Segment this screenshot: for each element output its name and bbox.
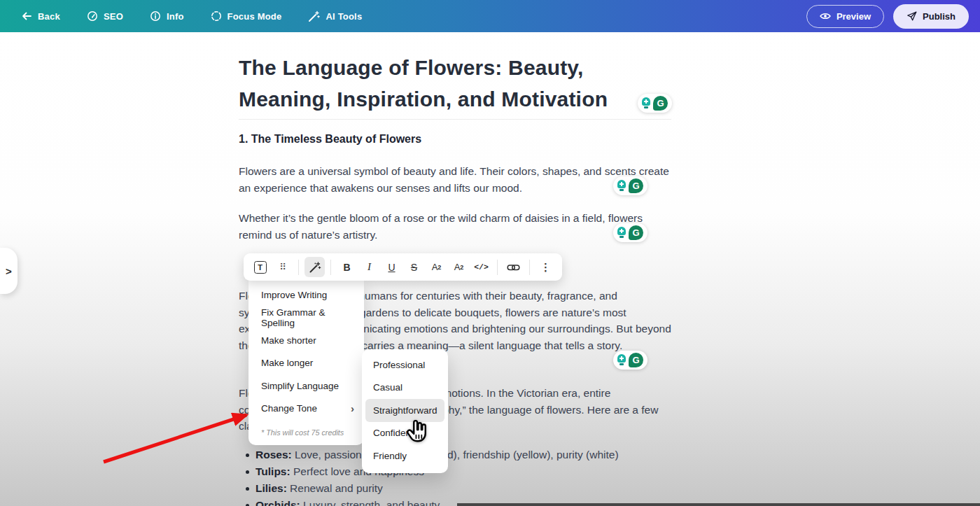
magic-wand-icon <box>309 261 321 274</box>
suggestion-pill[interactable]: G <box>638 94 672 113</box>
code-button[interactable]: </> <box>471 257 491 277</box>
tone-item-casual[interactable]: Casual <box>362 377 448 400</box>
drag-handle-icon: ⠿ <box>279 262 286 272</box>
bullet-icon <box>246 454 249 457</box>
suggestion-pill[interactable]: G <box>613 351 648 370</box>
subscript-idx: 2 <box>460 264 463 271</box>
menu-item-fix-grammar[interactable]: Fix Grammar & Spelling <box>248 307 364 330</box>
superscript-base: A <box>432 262 438 272</box>
preview-label: Preview <box>836 11 871 22</box>
back-label: Back <box>38 11 60 22</box>
list-item-label: Lilies: <box>255 482 287 494</box>
tone-item-confident[interactable]: Confident <box>362 422 448 445</box>
menu-item-make-longer[interactable]: Make longer <box>248 352 364 375</box>
list-item[interactable]: Roses: Love, passion, and romance (red),… <box>244 447 671 463</box>
underline-button[interactable]: U <box>382 257 402 277</box>
lightbulb-icon <box>642 97 650 109</box>
lightbulb-icon <box>617 180 626 192</box>
paragraph-2[interactable]: Whether it’s the gentle bloom of a rose … <box>239 210 674 243</box>
preview-button[interactable]: Preview <box>806 5 884 28</box>
suggestion-pill[interactable]: G <box>613 223 648 242</box>
ai-dropdown-menu: Improve Writing Fix Grammar & Spelling M… <box>248 280 364 445</box>
ai-assist-button[interactable] <box>304 257 325 277</box>
list-item-label: Tulips: <box>255 465 290 477</box>
tone-item-professional[interactable]: Professional <box>362 353 448 377</box>
post-title[interactable]: The Language of Flowers: Beauty, Meaning… <box>239 52 645 115</box>
grammarly-icon[interactable]: G <box>629 225 643 240</box>
superscript-button[interactable]: A2 <box>426 257 447 277</box>
top-bar: Back SEO Info Focus Mode AI Tools P <box>0 0 980 32</box>
send-icon <box>906 11 917 22</box>
list-item[interactable]: Tulips: Perfect love and happiness <box>244 463 671 480</box>
drag-handle[interactable]: ⠿ <box>272 257 293 277</box>
bottom-edge-strip <box>457 503 980 506</box>
bold-button[interactable]: B <box>337 257 357 277</box>
strikethrough-button[interactable]: S <box>404 257 424 277</box>
suggestion-pill[interactable]: G <box>613 176 648 195</box>
toolbar-divider <box>330 260 331 275</box>
seo-label: SEO <box>104 11 123 22</box>
text-style-icon: T <box>254 261 267 274</box>
back-arrow-icon <box>21 10 32 22</box>
list-item-text: Love, passion, and romance (red), friend… <box>295 449 619 461</box>
ai-tools-button[interactable]: AI Tools <box>308 10 362 22</box>
eye-icon <box>820 12 831 20</box>
top-bar-right-group: Preview Publish <box>806 4 969 29</box>
title-divider <box>239 119 671 120</box>
list-item-label: Orchids: <box>255 499 300 506</box>
chevron-right-icon: › <box>351 402 354 414</box>
tone-submenu: Professional Casual Straightforward Conf… <box>362 349 448 473</box>
superscript-exp: 2 <box>438 264 441 271</box>
grammarly-icon[interactable]: G <box>629 178 643 193</box>
seo-gauge-icon <box>87 10 98 22</box>
subscript-base: A <box>454 262 461 272</box>
top-bar-left-group: Back SEO Info Focus Mode AI Tools <box>21 10 362 22</box>
publish-button[interactable]: Publish <box>893 4 969 29</box>
formatting-toolbar: T ⠿ B I U S A2 A2 </> ⋮ <box>244 253 562 281</box>
italic-button[interactable]: I <box>359 257 379 277</box>
toolbar-divider <box>298 260 299 275</box>
flower-meanings-list: Roses: Love, passion, and romance (red),… <box>244 447 671 506</box>
credits-footnote: * This will cost 75 credits <box>248 420 364 437</box>
grammarly-icon[interactable]: G <box>629 353 643 367</box>
tone-item-straightforward[interactable]: Straightforward <box>365 399 444 422</box>
info-label: Info <box>167 11 184 22</box>
info-icon <box>150 10 161 22</box>
list-item-text: Renewal and purity <box>290 482 383 494</box>
list-item-label: Roses: <box>255 449 292 461</box>
section-heading[interactable]: 1. The Timeless Beauty of Flowers <box>239 133 421 146</box>
lightbulb-icon <box>617 354 626 366</box>
more-options-button[interactable]: ⋮ <box>536 257 556 277</box>
subscript-button[interactable]: A2 <box>449 257 469 277</box>
menu-item-change-tone[interactable]: Change Tone › <box>248 398 364 421</box>
list-item[interactable]: Lilies: Renewal and purity <box>244 480 671 497</box>
list-item-text: Luxury, strength, and beauty <box>303 499 440 506</box>
toolbar-divider <box>529 260 530 275</box>
menu-item-make-shorter[interactable]: Make shorter <box>248 329 364 352</box>
change-tone-label: Change Tone <box>261 403 351 414</box>
focus-mode-label: Focus Mode <box>227 11 282 22</box>
seo-button[interactable]: SEO <box>87 10 123 22</box>
focus-mode-button[interactable]: Focus Mode <box>211 10 282 22</box>
lightbulb-icon <box>617 227 626 239</box>
ai-tools-label: AI Tools <box>326 11 362 22</box>
bullet-icon <box>246 487 249 491</box>
info-button[interactable]: Info <box>150 10 184 22</box>
text-style-button[interactable]: T <box>250 257 270 277</box>
focus-mode-icon <box>211 10 222 22</box>
tone-item-friendly[interactable]: Friendly <box>362 444 448 468</box>
menu-item-simplify-language[interactable]: Simplify Language <box>248 374 364 398</box>
toolbar-divider <box>497 260 498 275</box>
link-icon <box>507 261 520 274</box>
editor-page: Back SEO Info Focus Mode AI Tools P <box>0 0 980 506</box>
publish-label: Publish <box>923 11 955 22</box>
sidebar-expand-tab[interactable]: > <box>0 248 18 294</box>
menu-item-improve-writing[interactable]: Improve Writing <box>248 283 364 307</box>
back-button[interactable]: Back <box>21 10 60 22</box>
link-button[interactable] <box>503 257 524 277</box>
magic-wand-icon <box>308 10 320 22</box>
bullet-icon <box>246 470 249 474</box>
grammarly-icon[interactable]: G <box>653 96 668 111</box>
paragraph-1[interactable]: Flowers are a universal symbol of beauty… <box>239 163 674 196</box>
chevron-right-icon: > <box>6 265 12 277</box>
